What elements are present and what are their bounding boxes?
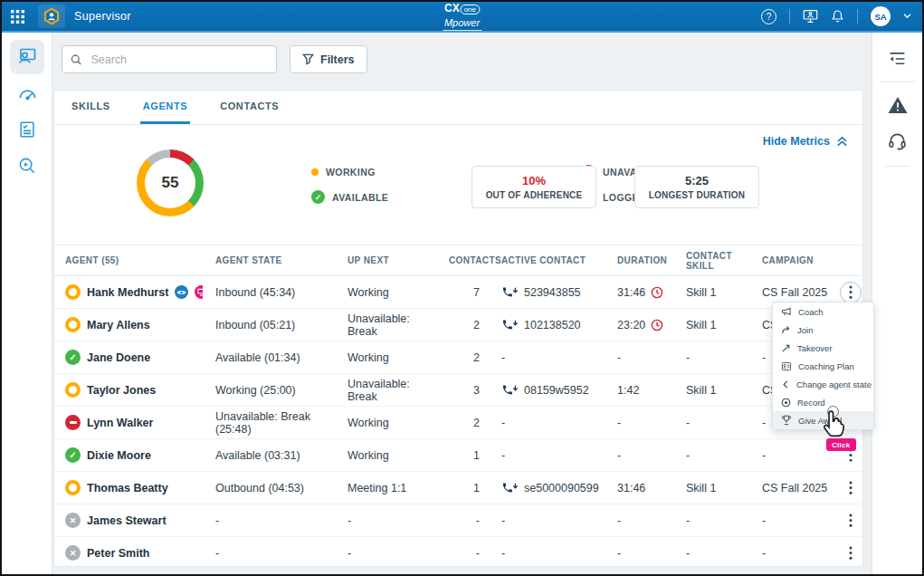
active-contact-cell: -	[489, 514, 605, 527]
menu-item-takeover[interactable]: Takeover	[773, 339, 873, 357]
right-utility-rail	[872, 33, 922, 574]
out-of-adherence-label: OUT OF ADHERENCE	[486, 190, 583, 200]
divider	[880, 82, 915, 82]
contact-skill-cell: Skill 1	[673, 319, 749, 331]
duration-value: -	[617, 351, 621, 364]
active-contact-cell: 102138520	[489, 319, 605, 331]
search-input[interactable]	[89, 53, 268, 67]
agent-state-cell: Inbound (05:21)	[203, 319, 335, 331]
row-kebab-button[interactable]	[840, 282, 862, 303]
app-launcher-icon[interactable]	[2, 2, 33, 31]
campaign-cell: -	[749, 514, 840, 527]
chevron-down-icon[interactable]	[903, 14, 911, 19]
table-row[interactable]: Peter Smith - - - - - - -	[54, 537, 862, 567]
duration-cell: 1:42	[605, 384, 673, 397]
alerts-button[interactable]	[881, 88, 915, 122]
col-contact-skill[interactable]: CONTACT SKILL	[673, 251, 749, 271]
contacts-cell: -	[436, 514, 489, 527]
agent-state-cell: Unavailable: Break (25:48)	[203, 410, 335, 436]
menu-item-coaching-plan[interactable]: Coaching Plan	[773, 357, 873, 375]
kebab-dots-icon	[849, 285, 853, 299]
menu-item-change-agent-state[interactable]: Change agent state	[773, 375, 873, 393]
tab-skills[interactable]: SKILLS	[69, 91, 113, 124]
nav-dashboard[interactable]	[10, 76, 44, 110]
longest-duration-label: LONGEST DURATION	[649, 190, 745, 200]
contact-skill-cell: -	[673, 449, 749, 462]
menu-item-label: Coaching Plan	[798, 361, 854, 371]
table-row[interactable]: Lynn Walker Unavailable: Break (25:48) W…	[54, 407, 862, 439]
support-button[interactable]	[881, 124, 915, 158]
hide-metrics-button[interactable]: Hide Metrics	[763, 135, 848, 148]
duration-value: 23:20	[617, 319, 645, 331]
active-contact-id: 08159w5952	[524, 384, 589, 397]
row-kebab-button[interactable]	[840, 510, 862, 532]
agents-panel: SKILLS AGENTS CONTACTS 55 WORKING 20 AVA…	[53, 90, 863, 567]
nav-interaction-search[interactable]	[10, 149, 44, 183]
table-row[interactable]: Taylor Jones Working (25:00) Unavailable…	[54, 374, 862, 407]
menu-item-give-award[interactable]: Give Award	[773, 411, 873, 429]
menu-item-record[interactable]: Record	[773, 393, 873, 411]
col-campaign[interactable]: CAMPAIGN	[749, 255, 840, 265]
contact-skill-cell: -	[673, 351, 749, 364]
user-avatar[interactable]: SA	[871, 6, 891, 26]
contact-skill-cell: -	[673, 417, 749, 429]
collapse-panel-button[interactable]	[881, 42, 915, 76]
longest-duration-value: 5:25	[685, 174, 709, 187]
notifications-bell-icon[interactable]	[831, 9, 844, 24]
nav-reports[interactable]	[10, 112, 44, 147]
agent-name: Thomas Beatty	[87, 482, 168, 494]
agent-name: Taylor Jones	[87, 384, 156, 397]
col-agent[interactable]: AGENT (55)	[65, 255, 203, 265]
active-contact-cell: 08159w5952	[489, 384, 605, 397]
col-duration[interactable]: DURATION	[605, 255, 673, 265]
help-icon[interactable]: ?	[761, 9, 776, 24]
col-active-contact[interactable]: ACTIVE CONTACT	[489, 255, 605, 265]
agent-states-donut-chart: 55	[137, 149, 204, 216]
active-contact-cell: 523943855	[489, 286, 605, 299]
agents-table-body: Hank Medhurst Inbound (45:34) Working 7 …	[54, 276, 862, 567]
tab-contacts[interactable]: CONTACTS	[217, 91, 281, 124]
double-chevron-up-icon	[836, 136, 848, 147]
table-row[interactable]: Dixie Moore Available (03:31) Working 1 …	[54, 439, 862, 472]
table-row[interactable]: James Stewart - - - - - - -	[54, 504, 862, 537]
agent-status-icon	[65, 513, 81, 528]
active-contact-cell: se5000090599	[489, 482, 605, 494]
col-contacts[interactable]: CONTACTS	[436, 255, 489, 265]
row-kebab-button[interactable]	[840, 542, 862, 564]
agent-name: Mary Allens	[87, 319, 150, 331]
table-row[interactable]: Hank Medhurst Inbound (45:34) Working 7 …	[54, 276, 862, 309]
menu-item-label: Takeover	[797, 343, 833, 353]
duration-cell: -	[605, 351, 673, 364]
inbound-call-phone-icon	[501, 319, 519, 331]
supervisor-app-icon[interactable]	[38, 5, 65, 28]
agent-state-cell: Inbound (45:34)	[203, 286, 335, 299]
up-next-cell: -	[335, 547, 436, 560]
chevron-left-icon	[781, 379, 790, 389]
contacts-cell: 2	[436, 319, 489, 331]
contacts-cell: 1	[436, 482, 489, 494]
up-next-cell: -	[335, 514, 436, 527]
col-agent-state[interactable]: AGENT STATE	[203, 255, 335, 265]
table-row[interactable]: Mary Allens Inbound (05:21) Unavailable:…	[54, 309, 862, 341]
col-up-next[interactable]: UP NEXT	[335, 255, 436, 265]
trophy-icon	[781, 415, 792, 426]
collapse-panel-icon	[888, 51, 907, 67]
agent-state-cell: Available (03:31)	[203, 449, 335, 462]
duration-cell: -	[605, 417, 673, 429]
filters-button[interactable]: Filters	[290, 45, 367, 73]
screen-share-icon[interactable]	[803, 9, 818, 24]
contact-skill-cell: -	[673, 514, 749, 527]
tab-agents[interactable]: AGENTS	[140, 91, 190, 124]
agent-name: James Stewart	[87, 514, 167, 527]
contacts-cell: 7	[436, 286, 489, 299]
table-row[interactable]: Jane Doene Available (01:34) Working 2 -…	[54, 341, 862, 374]
contact-skill-cell: -	[673, 547, 749, 560]
menu-item-join[interactable]: Join	[773, 321, 873, 339]
row-kebab-button[interactable]	[840, 477, 862, 499]
nav-supervisor-monitoring[interactable]	[10, 40, 44, 74]
kebab-dots-icon	[849, 546, 853, 560]
table-row[interactable]: Thomas Beatty Outbound (04:53) Meeting 1…	[54, 472, 862, 504]
menu-item-coach[interactable]: Coach	[773, 302, 873, 321]
menu-item-label: Change agent state	[796, 379, 872, 389]
contact-skill-cell: Skill 1	[673, 286, 749, 299]
